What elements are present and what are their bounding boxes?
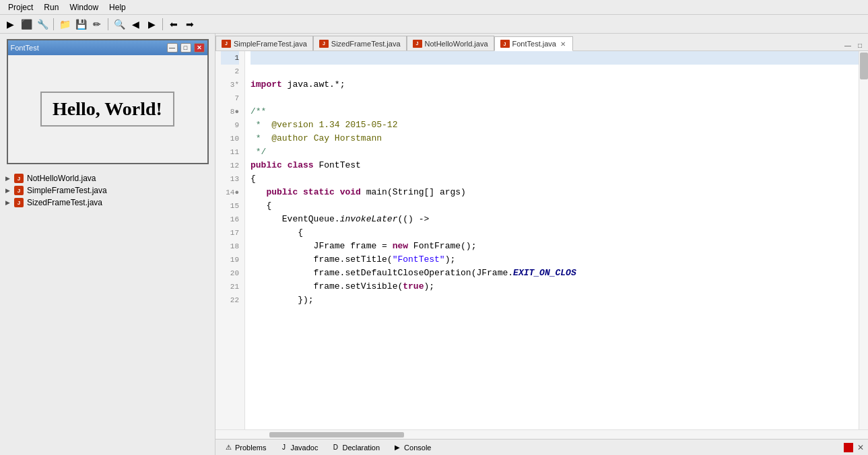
code-line-2 (251, 65, 859, 78)
toolbar-btn-8[interactable]: ◀ (128, 17, 143, 32)
tab-label-font-test: FontTest.java (512, 40, 556, 48)
code-line-19: frame.setTitle("FontTest"); (251, 253, 859, 267)
line-num-9: 9 (221, 118, 239, 132)
menu-project[interactable]: Project (3, 1, 38, 13)
preview-titlebar: FontTest — □ ✕ (8, 40, 207, 55)
line-num-14: 14● (221, 186, 239, 199)
tab-simple-frame-test[interactable]: J SimpleFrameTest.java (215, 36, 313, 50)
tab-icon-1: J (222, 40, 231, 48)
bottom-tab-label-problems: Problems (235, 444, 266, 452)
tab-label-sized-frame-test: SizedFrameTest.java (331, 40, 401, 48)
tab-maximize-btn[interactable]: □ (855, 40, 865, 50)
toolbar: ▶ ⬛ 🔧 📁 💾 ✏ 🔍 ◀ ▶ ⬅ ➡ (0, 15, 868, 34)
line-num-21: 21 (221, 280, 239, 293)
bottom-tab-declaration[interactable]: D Declaration (325, 441, 386, 454)
toolbar-btn-11[interactable]: ➡ (182, 17, 197, 32)
preview-content: Hello, World! (8, 55, 207, 163)
toolbar-btn-9[interactable]: ▶ (144, 17, 159, 32)
line-num-8: 8● (221, 105, 239, 118)
editor-tabs: J SimpleFrameTest.java J SizedFrameTest.… (215, 34, 868, 51)
problems-icon: ⚠ (224, 444, 232, 452)
toolbar-btn-1[interactable]: ▶ (3, 17, 18, 32)
toolbar-btn-6[interactable]: ✏ (90, 17, 104, 32)
tree-arrow-1: ▶ (5, 175, 13, 182)
toolbar-btn-2[interactable]: ⬛ (19, 17, 34, 32)
menu-window[interactable]: Window (64, 1, 104, 13)
line-num-12: 12 (221, 159, 239, 172)
code-line-21: frame.setVisible(true); (251, 280, 859, 293)
bottom-close-button[interactable]: ✕ (856, 443, 865, 452)
code-line-7 (251, 92, 859, 105)
line-num-11: 11 (221, 145, 239, 159)
h-scrollbar-thumb[interactable] (269, 432, 404, 438)
tree-item-not-hello-world[interactable]: ▶ J NotHelloWorld.java (3, 172, 212, 184)
tree-arrow-2: ▶ (5, 187, 13, 194)
tab-font-test[interactable]: J FontTest.java ✕ (494, 36, 573, 51)
tab-not-hello-world[interactable]: J NotHelloWorld.java (407, 36, 494, 50)
left-panel: FontTest — □ ✕ Hello, World! ▶ J NotHell… (0, 34, 215, 455)
editor-scrollbar[interactable] (859, 51, 868, 429)
line-num-20: 20 (221, 267, 239, 280)
code-editor[interactable]: 1 2 3* 7 8● 9 10 11 12 13 14● 15 16 17 1… (215, 51, 868, 429)
toolbar-btn-3[interactable]: 🔧 (35, 17, 50, 32)
horizontal-scrollbar[interactable] (215, 429, 868, 439)
code-line-10: * @author Cay Horstmann (251, 132, 859, 145)
line-num-2: 2 (221, 65, 239, 78)
code-line-15: { (251, 199, 859, 213)
java-file-icon-2: J (13, 186, 24, 195)
scrollbar-thumb[interactable] (860, 53, 868, 79)
tree-label-not-hello-world: NotHelloWorld.java (27, 174, 96, 183)
toolbar-btn-4[interactable]: 📁 (57, 17, 72, 32)
tab-sized-frame-test[interactable]: J SizedFrameTest.java (313, 36, 407, 50)
code-line-20: frame.setDefaultCloseOperation(JFrame.EX… (251, 267, 859, 280)
file-tree: ▶ J NotHelloWorld.java ▶ J SimpleFrameTe… (0, 170, 215, 455)
menu-run[interactable]: Run (38, 1, 64, 13)
bottom-tab-label-javadoc: Javadoc (290, 444, 318, 452)
tab-icon-3: J (413, 40, 422, 48)
tree-item-sized-frame-test[interactable]: ▶ J SizedFrameTest.java (3, 197, 212, 209)
bottom-tab-javadoc[interactable]: J Javadoc (273, 441, 324, 454)
preview-window: FontTest — □ ✕ Hello, World! (7, 39, 209, 164)
javadoc-icon: J (279, 444, 288, 452)
tab-controls: — □ (842, 40, 868, 50)
code-line-22: }); (251, 293, 859, 307)
toolbar-sep-3 (162, 18, 163, 30)
right-panel: J SimpleFrameTest.java J SizedFrameTest.… (215, 34, 868, 455)
close-button[interactable]: ✕ (194, 43, 205, 53)
tab-label-simple-frame-test: SimpleFrameTest.java (234, 40, 307, 48)
tree-label-simple-frame-test: SimpleFrameTest.java (27, 186, 107, 195)
tree-arrow-3: ▶ (5, 199, 13, 206)
preview-title: FontTest (11, 44, 164, 52)
code-line-11: */ (251, 145, 859, 159)
tab-icon-2: J (319, 40, 329, 48)
tab-label-not-hello-world: NotHelloWorld.java (425, 40, 488, 48)
bottom-tabs: ⚠ Problems J Javadoc D Declaration ▶ Con… (215, 439, 868, 455)
java-file-icon-1: J (13, 174, 24, 183)
main-layout: FontTest — □ ✕ Hello, World! ▶ J NotHell… (0, 34, 868, 455)
code-content[interactable]: import java.awt.*; /** * @version 1.34 2… (245, 51, 859, 429)
menu-help[interactable]: Help (104, 1, 131, 13)
bottom-tab-problems[interactable]: ⚠ Problems (218, 441, 272, 454)
code-line-3: import java.awt.*; (251, 78, 859, 92)
toolbar-btn-7[interactable]: 🔍 (112, 17, 127, 32)
minimize-button[interactable]: — (167, 43, 178, 53)
stop-button[interactable] (844, 443, 853, 452)
toolbar-sep-2 (108, 18, 108, 30)
code-line-14: public static void main(String[] args) (251, 186, 859, 199)
code-line-8: /** (251, 105, 859, 118)
tree-item-simple-frame-test[interactable]: ▶ J SimpleFrameTest.java (3, 184, 212, 197)
maximize-button[interactable]: □ (180, 43, 191, 53)
code-line-18: JFrame frame = new FontFrame(); (251, 240, 859, 253)
code-line-1 (251, 51, 859, 65)
toolbar-btn-5[interactable]: 💾 (73, 17, 88, 32)
tab-minimize-btn[interactable]: — (842, 40, 853, 50)
bottom-tab-controls: ✕ (844, 443, 865, 452)
tab-close-font-test[interactable]: ✕ (559, 40, 567, 48)
java-file-icon-3: J (13, 198, 24, 207)
tree-label-sized-frame-test: SizedFrameTest.java (27, 198, 102, 207)
line-num-10: 10 (221, 132, 239, 145)
toolbar-btn-10[interactable]: ⬅ (166, 17, 181, 32)
line-numbers: 1 2 3* 7 8● 9 10 11 12 13 14● 15 16 17 1… (215, 51, 245, 429)
line-num-19: 19 (221, 253, 239, 267)
bottom-tab-console[interactable]: ▶ Console (387, 441, 437, 454)
